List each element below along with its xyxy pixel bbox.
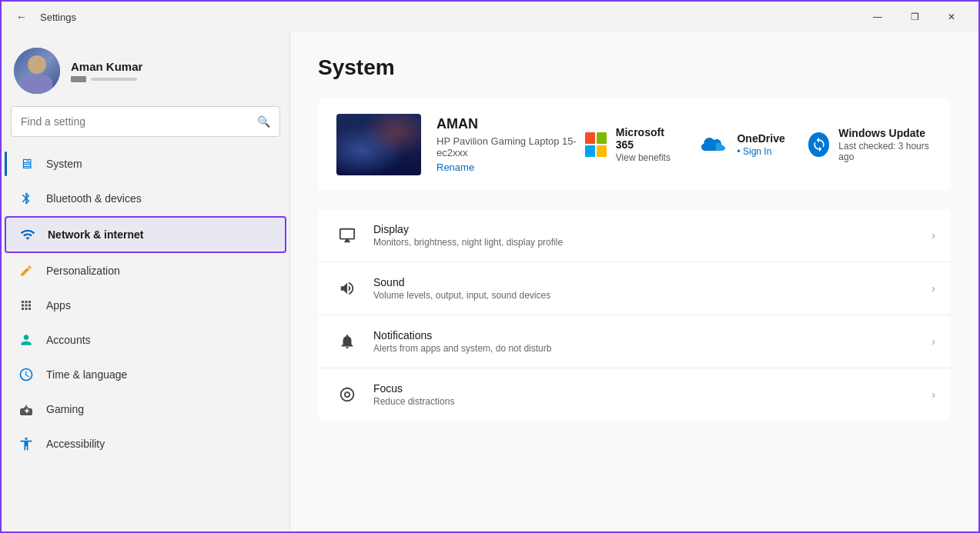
settings-item-focus-title: Focus [373, 382, 919, 395]
sidebar-item-label: Accounts [46, 334, 91, 346]
ms365-sq-blue [585, 145, 595, 157]
rename-link[interactable]: Rename [436, 162, 585, 173]
service-onedrive-name: OneDrive [737, 132, 784, 145]
settings-item-display-text: Display Monitors, brightness, night ligh… [373, 223, 919, 248]
settings-item-focus[interactable]: Focus Reduce distractions › [318, 368, 951, 421]
ms365-sq-green [597, 132, 607, 144]
sidebar-item-network[interactable]: Network & internet [5, 216, 286, 253]
service-winupdate-name: Windows Update [838, 127, 932, 139]
search-box[interactable]: 🔍 [11, 106, 280, 137]
sidebar-item-personalization[interactable]: Personalization [5, 254, 286, 288]
sidebar-item-label: Personalization [46, 265, 120, 277]
settings-item-sound-title: Sound [373, 276, 919, 288]
service-winupdate-action: Last checked: 3 hours ago [838, 141, 932, 162]
sidebar-item-label: Time & language [46, 368, 127, 381]
user-name: Aman Kumar [71, 60, 142, 73]
sidebar-item-bluetooth[interactable]: Bluetooth & devices [5, 182, 286, 215]
user-bar-line [91, 78, 137, 81]
user-profile[interactable]: Aman Kumar [2, 38, 289, 106]
settings-item-notifications-title: Notifications [373, 329, 919, 341]
notifications-icon [333, 328, 361, 355]
sound-icon [333, 275, 361, 302]
minimize-button[interactable]: — [860, 5, 895, 29]
settings-item-notifications-desc: Alerts from apps and system, do not dist… [373, 343, 919, 354]
settings-window: ← Settings — ❐ ✕ Aman Kumar [0, 0, 980, 533]
user-status-bar [71, 76, 86, 82]
device-model: HP Pavilion Gaming Laptop 15-ec2xxx [436, 135, 585, 158]
service-ms365-info: Microsoft 365 View benefits [616, 126, 676, 163]
avatar [14, 48, 60, 94]
accessibility-icon [17, 435, 35, 453]
ms365-logo [585, 132, 607, 157]
section-divider [318, 200, 951, 209]
titlebar-controls: — ❐ ✕ [860, 5, 969, 29]
app-body: Aman Kumar 🔍 🖥 Sys [2, 32, 978, 531]
sidebar-item-label: Apps [46, 299, 71, 311]
settings-item-display-desc: Monitors, brightness, night light, displ… [373, 237, 919, 248]
titlebar-title: Settings [40, 12, 76, 23]
system-info-card: AMAN HP Pavilion Gaming Laptop 15-ec2xxx… [318, 98, 951, 191]
personalization-icon [17, 262, 35, 280]
search-icon: 🔍 [257, 115, 270, 128]
maximize-button[interactable]: ❐ [897, 5, 932, 29]
user-bar-container [71, 76, 142, 82]
system-icon: 🖥 [17, 155, 35, 173]
sidebar-item-accounts[interactable]: Accounts [5, 323, 286, 357]
chevron-right-icon: › [932, 388, 935, 401]
sidebar-item-apps[interactable]: Apps [5, 288, 286, 322]
sidebar-item-accessibility[interactable]: Accessibility [5, 427, 286, 461]
sidebar-item-system[interactable]: 🖥 System [5, 147, 286, 181]
bluetooth-icon [17, 189, 35, 208]
display-icon [333, 222, 361, 249]
settings-item-display[interactable]: Display Monitors, brightness, night ligh… [318, 209, 951, 262]
accounts-icon [17, 331, 35, 349]
back-button[interactable]: ← [11, 6, 32, 28]
sidebar-item-label: Network & internet [48, 228, 143, 241]
search-container: 🔍 [2, 106, 289, 146]
ms365-sq-yellow [597, 145, 607, 157]
nav-list: 🖥 System Bluetooth & devices [2, 146, 289, 531]
service-ms365[interactable]: Microsoft 365 View benefits [585, 126, 675, 163]
network-icon [18, 225, 37, 244]
service-winupdate-info: Windows Update Last checked: 3 hours ago [838, 127, 932, 162]
apps-icon [17, 296, 35, 315]
page-title: System [318, 55, 951, 80]
system-services: Microsoft 365 View benefits [585, 126, 932, 163]
sidebar-item-label: Gaming [46, 403, 84, 415]
sidebar-item-gaming[interactable]: Gaming [5, 392, 286, 426]
selected-indicator [5, 152, 7, 176]
service-onedrive-action[interactable]: Sign In [737, 146, 784, 157]
winupdate-logo [808, 132, 830, 157]
sidebar-item-label: System [46, 158, 82, 170]
service-winupdate[interactable]: Windows Update Last checked: 3 hours ago [808, 126, 932, 163]
search-input[interactable] [21, 115, 251, 128]
sidebar-item-label: Bluetooth & devices [46, 192, 142, 205]
service-onedrive-info: OneDrive Sign In [737, 132, 784, 157]
device-name: AMAN [436, 116, 585, 132]
sidebar-item-label: Accessibility [46, 438, 105, 450]
settings-item-sound[interactable]: Sound Volume levels, output, input, soun… [318, 262, 951, 315]
service-onedrive[interactable]: OneDrive Sign In [698, 126, 784, 163]
settings-item-notifications[interactable]: Notifications Alerts from apps and syste… [318, 315, 951, 368]
gaming-icon [17, 400, 35, 418]
sidebar-item-time[interactable]: Time & language [5, 358, 286, 391]
titlebar: ← Settings — ❐ ✕ [2, 2, 978, 32]
service-ms365-action[interactable]: View benefits [616, 152, 676, 163]
settings-item-sound-text: Sound Volume levels, output, input, soun… [373, 276, 919, 301]
close-button[interactable]: ✕ [934, 5, 969, 29]
chevron-right-icon: › [932, 335, 935, 348]
settings-item-focus-text: Focus Reduce distractions [373, 382, 919, 407]
focus-icon [333, 381, 361, 408]
settings-item-display-title: Display [373, 223, 919, 235]
main-content: System AMAN HP Pavilion Gaming Laptop 15… [290, 32, 978, 531]
settings-item-sound-desc: Volume levels, output, input, sound devi… [373, 290, 919, 301]
device-thumbnail [336, 114, 421, 175]
settings-list: Display Monitors, brightness, night ligh… [318, 209, 951, 421]
settings-item-notifications-text: Notifications Alerts from apps and syste… [373, 329, 919, 354]
service-ms365-name: Microsoft 365 [616, 126, 676, 151]
device-info: AMAN HP Pavilion Gaming Laptop 15-ec2xxx… [436, 116, 585, 173]
settings-item-focus-desc: Reduce distractions [373, 396, 919, 407]
user-info: Aman Kumar [71, 60, 142, 82]
chevron-right-icon: › [932, 282, 935, 295]
onedrive-logo [698, 132, 727, 157]
